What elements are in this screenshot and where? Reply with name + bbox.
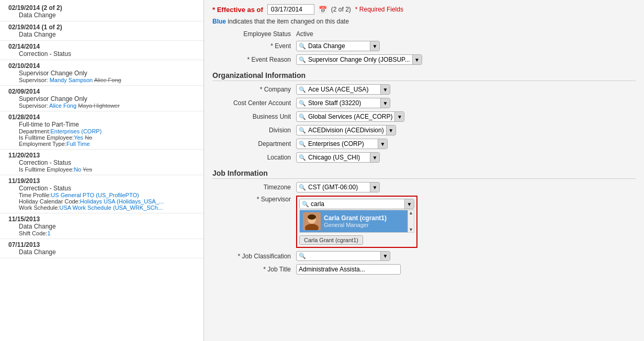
supervisor-input-wrapper[interactable]: 🔍 ▼ — [299, 199, 414, 209]
work-schedule-link[interactable]: USA Work Schedule (USA_WRK_SCh... — [59, 204, 162, 211]
cost-center-row: Cost Center Account 🔍 Store Staff (33220… — [212, 98, 636, 108]
employee-status-row: Employee Status Active — [212, 30, 636, 38]
supervisor-input[interactable] — [311, 200, 402, 208]
chevron-down-icon[interactable]: ▼ — [370, 183, 379, 192]
entry-detail: Supervisor: Alice Fong Maya Hightower — [19, 103, 197, 109]
fulltime-link[interactable]: No — [74, 166, 81, 173]
job-classification-dropdown[interactable]: 🔍 ▼ — [296, 251, 390, 261]
supervisor-link[interactable]: Alice Fong — [48, 103, 78, 109]
chevron-down-icon[interactable]: ▼ — [370, 153, 379, 162]
job-classification-label: * Job Classification — [212, 253, 296, 260]
job-title-label: * Job Title — [212, 266, 296, 273]
entry-type: Data Change — [19, 12, 197, 19]
chevron-down-icon[interactable]: ▼ — [404, 199, 414, 209]
division-row: Division 🔍 ACEDivision (ACEDivision) ▼ — [212, 125, 636, 135]
scroll-down-icon[interactable]: ▼ — [409, 227, 413, 232]
company-row: * Company 🔍 Ace USA (ACE_USA) ▼ — [212, 84, 636, 95]
timezone-row: Timezone 🔍 CST (GMT-06:00) ▼ — [212, 182, 636, 192]
scrollbar: ▲ ▼ — [408, 210, 414, 232]
chevron-down-icon[interactable]: ▼ — [378, 139, 387, 149]
search-icon: 🔍 — [299, 56, 306, 63]
timezone-value: CST (GMT-06:00) — [308, 184, 368, 191]
history-entry-5: 02/09/2014 Supervisor Change Only Superv… — [0, 86, 204, 111]
division-value: ACEDivision (ACEDivision) — [308, 127, 384, 134]
dept-link[interactable]: Enterprises (CORP) — [51, 128, 102, 134]
supervisor-title: General Manager — [324, 222, 387, 228]
chevron-down-icon[interactable]: ▼ — [386, 126, 396, 135]
entry-detail: Supervisor: Mandy Sampson Alice Fong — [19, 77, 197, 83]
count-badge: (2 of 2) — [331, 6, 351, 13]
event-dropdown[interactable]: 🔍 Data Change ▼ — [296, 41, 380, 51]
entry-detail: Holiday Calendar Code:Holidays USA (Holi… — [19, 198, 197, 204]
business-unit-value: Global Services (ACE_CORP) — [308, 113, 392, 120]
effective-as-of-label: * Effective as of — [212, 6, 263, 14]
search-icon: 🔍 — [299, 100, 306, 107]
timezone-dropdown[interactable]: 🔍 CST (GMT-06:00) ▼ — [296, 182, 380, 192]
event-reason-value: Supervisor Change Only (JOBSUP... — [308, 56, 410, 63]
job-title-value: Administrative Assista... — [299, 266, 365, 273]
entry-type: Data Change — [19, 248, 197, 256]
chevron-down-icon[interactable]: ▼ — [412, 55, 422, 64]
fulltime-link[interactable]: Yes — [74, 134, 83, 141]
location-dropdown[interactable]: 🔍 Chicago (US_CHI) ▼ — [296, 152, 380, 163]
company-dropdown[interactable]: 🔍 Ace USA (ACE_USA) ▼ — [296, 84, 390, 95]
supervisor-dropdown-popup: Carla Grant (cgrant1) General Manager ▲ … — [299, 210, 414, 233]
timezone-label: Timezone — [212, 184, 296, 191]
holiday-link[interactable]: Holidays USA (Holidays_USA_... — [80, 198, 164, 204]
avatar — [303, 212, 321, 230]
supervisor-dropdown-item[interactable]: Carla Grant (cgrant1) General Manager ▲ … — [300, 210, 414, 232]
chevron-down-icon[interactable]: ▼ — [370, 41, 379, 51]
old-supervisor: Alice Fong — [94, 77, 121, 83]
selected-value-container: Carla Grant (cgrant1) — [299, 234, 414, 245]
entry-type: Correction - Status — [19, 159, 197, 166]
emp-type-link[interactable]: Full Time — [66, 141, 90, 147]
supervisor-selected-button[interactable]: Carla Grant (cgrant1) — [299, 235, 363, 245]
history-entry-4: 02/10/2014 Supervisor Change Only Superv… — [0, 60, 204, 86]
entry-type: Supervisor Change Only — [19, 95, 197, 103]
search-icon: 🔍 — [299, 43, 306, 50]
entry-date: 02/19/2014 (2 of 2) — [8, 4, 197, 12]
department-dropdown[interactable]: 🔍 Enterprises (CORP) ▼ — [296, 139, 388, 149]
job-classification-row: * Job Classification 🔍 ▼ — [212, 251, 636, 261]
calendar-icon[interactable]: 📅 — [319, 6, 327, 14]
shift-link[interactable]: 1 — [47, 230, 50, 236]
supervisor-info: Carla Grant (cgrant1) General Manager — [324, 214, 387, 228]
supervisor-link[interactable]: Mandy Sampson — [48, 77, 94, 83]
entry-detail: Is Fulltime Employee:No Yes — [19, 166, 197, 173]
employee-status-value: Active — [296, 30, 313, 38]
chevron-down-icon[interactable]: ▼ — [380, 252, 390, 260]
search-icon: 🔍 — [299, 154, 306, 161]
entry-type: Correction - Status — [19, 185, 197, 192]
entry-date: 11/15/2013 — [8, 215, 197, 223]
history-entry-8: 11/19/2013 Correction - Status Time Prof… — [0, 175, 204, 213]
old-val: Yes — [83, 166, 92, 173]
division-dropdown[interactable]: 🔍 ACEDivision (ACEDivision) ▼ — [296, 125, 396, 135]
blue-note-text: indicates that the item changed on this … — [228, 18, 349, 25]
history-entry-3: 02/14/2014 Correction - Status — [0, 41, 204, 60]
scroll-up-icon[interactable]: ▲ — [409, 210, 413, 215]
cost-center-dropdown[interactable]: 🔍 Store Staff (33220) ▼ — [296, 98, 390, 108]
event-row: * Event 🔍 Data Change ▼ — [212, 41, 636, 51]
chevron-down-icon[interactable]: ▼ — [380, 98, 390, 108]
entry-date: 07/11/2013 — [8, 241, 197, 248]
entry-detail: Shift Code:1 — [19, 230, 197, 236]
search-icon: 🔍 — [299, 253, 306, 259]
time-profile-link[interactable]: US General PTO (US_ProfilePTO) — [51, 192, 139, 198]
event-reason-dropdown[interactable]: 🔍 Supervisor Change Only (JOBSUP... ▼ — [296, 54, 422, 65]
main-content: * Effective as of 📅 (2 of 2) * Required … — [204, 0, 644, 341]
entry-detail: Department:Enterprises (CORP) — [19, 128, 197, 134]
location-value: Chicago (US_CHI) — [308, 154, 368, 161]
entry-date: 02/09/2014 — [8, 88, 197, 95]
search-icon: 🔍 — [299, 127, 306, 134]
effective-date-input[interactable] — [267, 4, 314, 15]
department-row: Department 🔍 Enterprises (CORP) ▼ — [212, 139, 636, 149]
business-unit-dropdown[interactable]: 🔍 Global Services (ACE_CORP) ▼ — [296, 111, 404, 122]
company-value: Ace USA (ACE_USA) — [308, 86, 378, 93]
search-icon: 🔍 — [302, 201, 309, 208]
job-title-row: * Job Title Administrative Assista... — [212, 264, 636, 275]
chevron-down-icon[interactable]: ▼ — [394, 112, 404, 121]
entry-type: Data Change — [19, 31, 197, 38]
job-title-input[interactable]: Administrative Assista... — [296, 264, 401, 275]
chevron-down-icon[interactable]: ▼ — [380, 85, 390, 94]
history-sidebar: 02/19/2014 (2 of 2) Data Change 02/19/20… — [0, 0, 204, 341]
